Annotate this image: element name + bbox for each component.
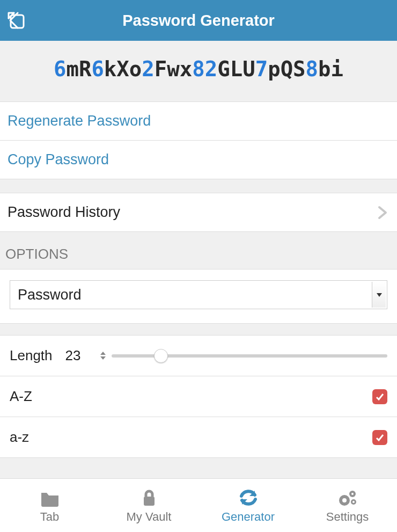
check-icon [374,391,385,402]
svg-rect-1 [144,497,155,506]
tab-generator[interactable]: Generator [198,479,298,532]
password-type-select[interactable]: Password [10,280,387,309]
gear-icon [337,487,358,508]
back-arrow-icon [6,11,26,30]
slider-thumb[interactable] [154,349,168,363]
back-button[interactable] [0,0,32,41]
tab-vault[interactable]: My Vault [99,479,198,532]
stepper-up-icon [100,352,106,355]
tab-tab-label: Tab [40,510,59,524]
password-type-row: Password [0,269,397,324]
uppercase-checkbox[interactable] [372,389,387,404]
history-label: Password History [8,204,120,221]
lowercase-checkbox[interactable] [372,430,387,445]
tab-settings-label: Settings [326,510,369,524]
stepper-down-icon [100,356,106,360]
password-history-button[interactable]: Password History [0,193,397,232]
history-section: Password History [0,193,397,232]
content: 6mR6kXo2Fwx82GLU7pQS8bi Regenerate Passw… [0,41,397,478]
generated-password: 6mR6kXo2Fwx82GLU7pQS8bi [0,41,397,102]
uppercase-label: A-Z [10,388,32,405]
copy-label: Copy Password [8,151,109,168]
app-root: Password Generator 6mR6kXo2Fwx82GLU7pQS8… [0,0,397,532]
length-slider[interactable] [112,354,387,358]
actions-section: Regenerate Password Copy Password [0,102,397,179]
folder-icon [39,487,61,508]
bottom-tabs: Tab My Vault Generator [0,478,397,532]
length-slider-wrap [98,349,387,362]
lock-icon [138,487,160,508]
check-icon [374,432,385,443]
options-header: OPTIONS [0,232,397,269]
uppercase-row[interactable]: A-Z [0,376,397,417]
svg-point-9 [352,501,355,503]
lowercase-row[interactable]: a-z [0,417,397,458]
tab-generator-label: Generator [222,510,275,524]
length-label: Length [10,347,53,364]
length-row: Length 23 [0,336,397,376]
refresh-icon [238,487,259,508]
page-title: Password Generator [0,12,397,30]
password-type-value: Password [10,287,371,303]
section-gap [0,324,397,336]
dropdown-caret-icon [372,282,386,308]
regenerate-label: Regenerate Password [8,113,151,129]
regenerate-button[interactable]: Regenerate Password [0,102,397,141]
svg-point-5 [342,498,347,502]
copy-button[interactable]: Copy Password [0,141,397,179]
length-value: 23 [65,347,87,364]
header: Password Generator [0,0,397,41]
chevron-right-icon [376,206,389,220]
tab-tab[interactable]: Tab [0,479,99,532]
svg-point-7 [351,493,354,495]
length-stepper[interactable] [98,349,108,362]
tab-vault-label: My Vault [127,510,172,524]
lowercase-label: a-z [10,429,29,446]
section-gap [0,179,397,193]
tab-settings[interactable]: Settings [298,479,397,532]
